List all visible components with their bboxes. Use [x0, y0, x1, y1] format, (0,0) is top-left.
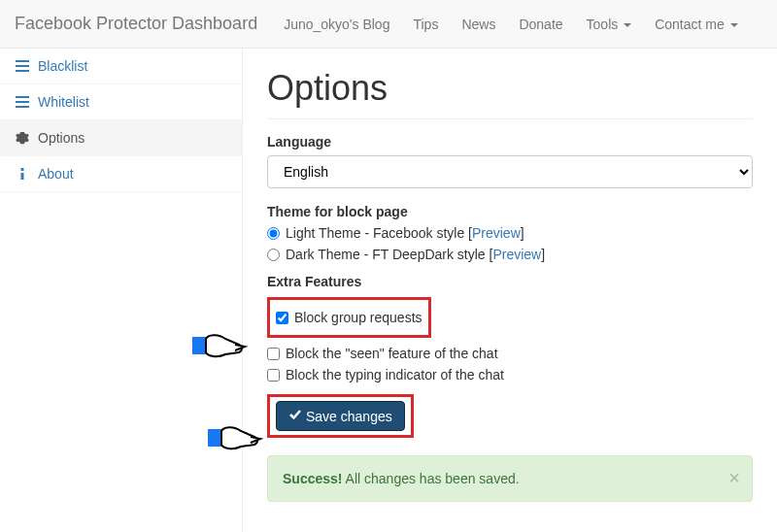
preview-link[interactable]: Preview	[472, 225, 521, 241]
caret-down-icon	[730, 23, 738, 27]
extra-option-label: Block group requests	[294, 310, 422, 325]
extra-option-block-seen[interactable]: Block the "seen" feature of the chat	[267, 346, 753, 361]
preview-link[interactable]: Preview	[492, 247, 541, 262]
sidebar-item-about[interactable]: About	[0, 156, 242, 192]
theme-option-dark[interactable]: Dark Theme - FT DeepDark style [Preview]	[267, 247, 753, 262]
alert-text: All changes has been saved.	[342, 471, 519, 486]
extra-option-label: Block the typing indicator of the chat	[286, 367, 504, 382]
highlight-box-save: Save changes	[267, 394, 414, 438]
nav-link-donate[interactable]: Donate	[519, 17, 562, 32]
sidebar-item-label: About	[38, 166, 74, 182]
extra-features-label: Extra Features	[267, 274, 753, 289]
sidebar-item-whitelist[interactable]: Whitelist	[0, 84, 242, 120]
nav-link-contact[interactable]: Contact me	[655, 17, 737, 32]
caret-down-icon	[624, 23, 631, 27]
save-button[interactable]: Save changes	[276, 401, 405, 431]
info-icon	[15, 167, 30, 181]
svg-rect-1	[16, 65, 29, 67]
svg-rect-7	[21, 173, 24, 180]
theme-radio-dark[interactable]	[267, 249, 280, 261]
checkbox-block-typing[interactable]	[267, 369, 280, 382]
sidebar-item-label: Options	[38, 130, 84, 146]
theme-option-light[interactable]: Light Theme - Facebook style [Preview]	[267, 225, 753, 241]
alert-success: Success! All changes has been saved. ×	[267, 455, 753, 502]
language-label: Language	[267, 134, 753, 150]
sidebar-item-options[interactable]: Options	[0, 120, 242, 156]
content: Options Language English Theme for block…	[243, 49, 777, 532]
page-title: Options	[267, 68, 753, 109]
theme-label: Theme for block page	[267, 204, 753, 219]
language-select[interactable]: English	[267, 155, 753, 188]
extra-option-block-group[interactable]: Block group requests	[276, 310, 422, 325]
list-icon	[15, 95, 30, 109]
sidebar-item-label: Whitelist	[38, 94, 89, 110]
theme-option-label: Dark Theme - FT DeepDark style	[286, 247, 486, 262]
navbar-brand[interactable]: Facebook Protector Dashboard	[15, 14, 257, 34]
checkbox-block-group[interactable]	[276, 312, 288, 324]
nav-link-tips[interactable]: Tips	[413, 17, 438, 32]
svg-rect-2	[16, 70, 29, 72]
check-icon	[288, 408, 302, 424]
alert-strong: Success!	[283, 471, 342, 486]
nav-link-news[interactable]: News	[461, 17, 495, 32]
alert-close-button[interactable]: ×	[728, 468, 740, 487]
navbar: Facebook Protector Dashboard Juno_okyo's…	[0, 0, 777, 49]
nav-link-blog[interactable]: Juno_okyo's Blog	[284, 17, 389, 32]
svg-rect-3	[16, 96, 29, 98]
sidebar-item-label: Blacklist	[38, 58, 87, 74]
nav-link-tools[interactable]: Tools	[587, 17, 632, 32]
highlight-box-block-group: Block group requests	[267, 297, 431, 338]
theme-option-label: Light Theme - Facebook style	[286, 225, 464, 241]
extra-option-label: Block the "seen" feature of the chat	[286, 346, 498, 361]
sidebar: Blacklist Whitelist Options About	[0, 49, 243, 532]
gear-icon	[15, 131, 30, 145]
list-icon	[15, 59, 30, 73]
svg-rect-0	[16, 60, 29, 62]
navbar-nav: Juno_okyo's Blog Tips News Donate Tools …	[272, 2, 749, 47]
svg-rect-5	[16, 106, 29, 108]
divider	[267, 118, 753, 119]
sidebar-item-blacklist[interactable]: Blacklist	[0, 49, 242, 84]
svg-rect-4	[16, 101, 29, 103]
extra-option-block-typing[interactable]: Block the typing indicator of the chat	[267, 367, 753, 382]
checkbox-block-seen[interactable]	[267, 348, 280, 360]
theme-radio-light[interactable]	[267, 227, 280, 240]
svg-rect-6	[21, 168, 24, 171]
